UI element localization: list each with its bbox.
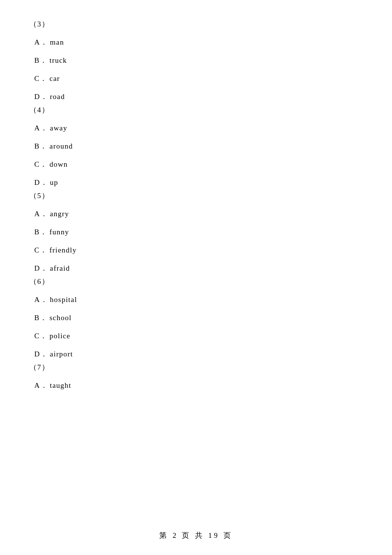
question-6-option-d: D．airport	[29, 350, 363, 359]
question-3-option-a: A．man	[29, 38, 363, 47]
question-6-option-c: C．police	[29, 331, 363, 341]
question-5-option-c: C．friendly	[29, 246, 363, 255]
question-3-number: （3）	[29, 20, 363, 29]
question-6-number: （6）	[29, 277, 363, 286]
question-6-option-b: B．school	[29, 313, 363, 323]
question-4-option-c: C．down	[29, 160, 363, 169]
question-5-option-a: A．angry	[29, 209, 363, 219]
question-6-option-a: A．hospital	[29, 295, 363, 304]
question-7-option-a: A．taught	[29, 381, 363, 390]
question-4-option-d: D．up	[29, 178, 363, 187]
question-5-option-b: B．funny	[29, 227, 363, 237]
question-4-number: （4）	[29, 105, 363, 115]
page-number: 第 2 页 共 19 页	[159, 531, 232, 539]
page-footer: 第 2 页 共 19 页	[0, 531, 392, 540]
question-7-number: （7）	[29, 363, 363, 372]
question-3-option-c: C．car	[29, 74, 363, 83]
page-content: （3） A．man B．truck C．car D．road （4） A．awa…	[0, 0, 392, 429]
question-3-option-d: D．road	[29, 92, 363, 101]
question-4-option-a: A．away	[29, 124, 363, 133]
question-5-number: （5）	[29, 191, 363, 201]
question-4-option-b: B．around	[29, 142, 363, 151]
question-5-option-d: D．afraid	[29, 264, 363, 273]
question-3-option-b: B．truck	[29, 56, 363, 65]
